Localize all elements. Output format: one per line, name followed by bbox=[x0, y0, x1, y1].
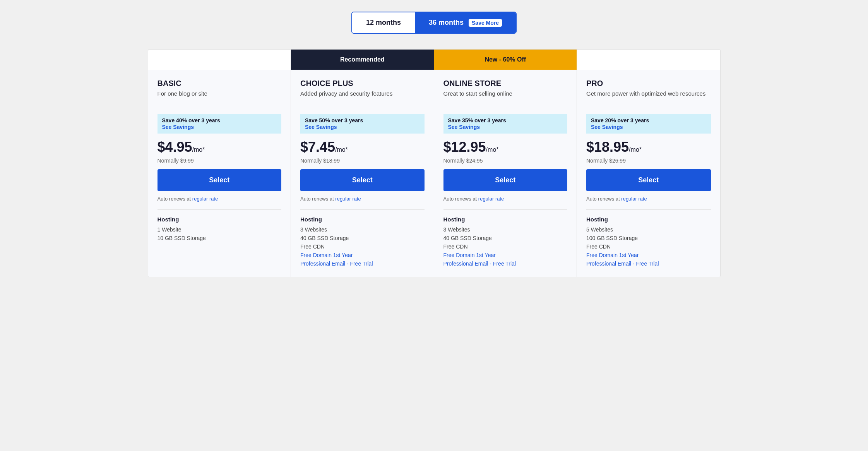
plan-column-basic: BASIC For one blog or site Save 40% over… bbox=[148, 50, 291, 277]
normal-price: Normally $24.95 bbox=[443, 158, 568, 164]
feature-item: 5 Websites bbox=[586, 226, 711, 233]
plan-tagline: Added privacy and security features bbox=[300, 90, 425, 106]
price-unit: /mo* bbox=[335, 146, 348, 153]
plan-name: CHOICE PLUS bbox=[300, 79, 425, 88]
feature-item: 3 Websites bbox=[443, 226, 568, 233]
plan-banner-online-store: New - 60% Off bbox=[434, 50, 577, 70]
feature-item: Free CDN bbox=[300, 244, 425, 250]
plan-banner-basic bbox=[148, 50, 291, 70]
savings-text: Save 40% over 3 years bbox=[162, 117, 277, 123]
hosting-section: Hosting 5 Websites100 GB SSD StorageFree… bbox=[586, 209, 711, 267]
feature-item: Free CDN bbox=[443, 244, 568, 250]
price-section: $7.45/mo* bbox=[300, 139, 425, 155]
auto-renew: Auto renews at regular rate bbox=[158, 196, 282, 202]
savings-box: Save 50% over 3 years See Savings bbox=[300, 114, 425, 134]
price-unit: /mo* bbox=[192, 146, 205, 153]
plan-name: BASIC bbox=[158, 79, 282, 88]
auto-renew: Auto renews at regular rate bbox=[300, 196, 425, 202]
plan-banner-choice-plus: Recommended bbox=[291, 50, 434, 70]
savings-box: Save 40% over 3 years See Savings bbox=[158, 114, 282, 134]
save-more-badge: Save More bbox=[469, 19, 502, 27]
normal-price: Normally $9.99 bbox=[158, 158, 282, 164]
plan-name: ONLINE STORE bbox=[443, 79, 568, 88]
hosting-section: Hosting 3 Websites40 GB SSD StorageFree … bbox=[443, 209, 568, 267]
select-button-pro[interactable]: Select bbox=[586, 169, 711, 191]
savings-box: Save 35% over 3 years See Savings bbox=[443, 114, 568, 134]
price-unit: /mo* bbox=[629, 146, 642, 153]
see-savings-link[interactable]: See Savings bbox=[162, 124, 194, 130]
price-section: $12.95/mo* bbox=[443, 139, 568, 155]
plan-body-choice-plus: CHOICE PLUS Added privacy and security f… bbox=[291, 70, 434, 277]
feature-item: Professional Email - Free Trial bbox=[443, 261, 568, 267]
period-toggle: 12 months 36 months Save More bbox=[351, 12, 517, 34]
price-amount: $7.45 bbox=[300, 139, 335, 155]
plan-tagline: Get more power with optimized web resour… bbox=[586, 90, 711, 106]
plan-column-pro: PRO Get more power with optimized web re… bbox=[577, 50, 720, 277]
feature-item: 40 GB SSD Storage bbox=[443, 235, 568, 241]
savings-text: Save 20% over 3 years bbox=[591, 117, 706, 123]
period-36-months[interactable]: 36 months Save More bbox=[415, 12, 516, 33]
plan-column-choice-plus: Recommended CHOICE PLUS Added privacy an… bbox=[291, 50, 434, 277]
feature-item: Free CDN bbox=[586, 244, 711, 250]
feature-item: Free Domain 1st Year bbox=[443, 252, 568, 258]
auto-renew: Auto renews at regular rate bbox=[443, 196, 568, 202]
price-section: $18.95/mo* bbox=[586, 139, 711, 155]
auto-renew: Auto renews at regular rate bbox=[586, 196, 711, 202]
select-button-choice-plus[interactable]: Select bbox=[300, 169, 425, 191]
select-button-basic[interactable]: Select bbox=[158, 169, 282, 191]
feature-item: 3 Websites bbox=[300, 226, 425, 233]
price-amount: $4.95 bbox=[158, 139, 192, 155]
price-amount: $12.95 bbox=[443, 139, 486, 155]
savings-box: Save 20% over 3 years See Savings bbox=[586, 114, 711, 134]
hosting-title: Hosting bbox=[300, 216, 425, 223]
feature-item: Free Domain 1st Year bbox=[586, 252, 711, 258]
period-12-months[interactable]: 12 months bbox=[352, 12, 415, 33]
normal-price: Normally $26.99 bbox=[586, 158, 711, 164]
pricing-grid: BASIC For one blog or site Save 40% over… bbox=[148, 49, 721, 277]
plan-body-online-store: ONLINE STORE Great to start selling onli… bbox=[434, 70, 577, 277]
feature-item: 1 Website bbox=[158, 226, 282, 233]
plan-tagline: For one blog or site bbox=[158, 90, 282, 106]
savings-text: Save 50% over 3 years bbox=[305, 117, 420, 123]
feature-item: Professional Email - Free Trial bbox=[586, 261, 711, 267]
hosting-title: Hosting bbox=[443, 216, 568, 223]
see-savings-link[interactable]: See Savings bbox=[305, 124, 337, 130]
see-savings-link[interactable]: See Savings bbox=[448, 124, 480, 130]
hosting-section: Hosting 1 Website10 GB SSD Storage bbox=[158, 209, 282, 241]
select-button-online-store[interactable]: Select bbox=[443, 169, 568, 191]
feature-item: 10 GB SSD Storage bbox=[158, 235, 282, 241]
hosting-section: Hosting 3 Websites40 GB SSD StorageFree … bbox=[300, 209, 425, 267]
price-unit: /mo* bbox=[486, 146, 499, 153]
feature-item: 100 GB SSD Storage bbox=[586, 235, 711, 241]
feature-item: Professional Email - Free Trial bbox=[300, 261, 425, 267]
feature-item: Free Domain 1st Year bbox=[300, 252, 425, 258]
normal-price: Normally $18.99 bbox=[300, 158, 425, 164]
plan-body-basic: BASIC For one blog or site Save 40% over… bbox=[148, 70, 291, 277]
hosting-title: Hosting bbox=[586, 216, 711, 223]
plan-column-online-store: New - 60% Off ONLINE STORE Great to star… bbox=[434, 50, 577, 277]
price-amount: $18.95 bbox=[586, 139, 629, 155]
plan-body-pro: PRO Get more power with optimized web re… bbox=[577, 70, 720, 277]
hosting-title: Hosting bbox=[158, 216, 282, 223]
price-section: $4.95/mo* bbox=[158, 139, 282, 155]
plan-name: PRO bbox=[586, 79, 711, 88]
plan-banner-pro bbox=[577, 50, 720, 70]
feature-item: 40 GB SSD Storage bbox=[300, 235, 425, 241]
see-savings-link[interactable]: See Savings bbox=[591, 124, 623, 130]
plan-tagline: Great to start selling online bbox=[443, 90, 568, 106]
savings-text: Save 35% over 3 years bbox=[448, 117, 563, 123]
